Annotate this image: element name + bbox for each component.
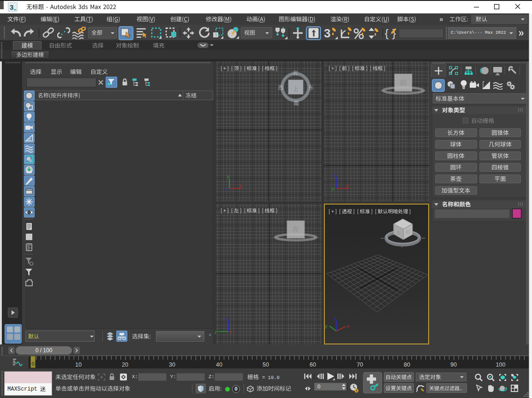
svg-text:3: 3 [10, 3, 13, 11]
svg-text:{: { [385, 27, 389, 39]
svg-text:z: z [226, 186, 229, 191]
svg-text:z: z [334, 172, 337, 177]
svg-text:z: z [334, 315, 337, 321]
svg-text:3: 3 [324, 27, 330, 40]
svg-text:y: y [227, 174, 230, 179]
svg-text:y: y [214, 329, 218, 334]
svg-text:y: y [324, 323, 328, 329]
svg-text:x: x [239, 183, 242, 188]
svg-text:x: x [346, 323, 349, 329]
svg-text:y: y [331, 186, 335, 191]
svg-text:x: x [346, 183, 349, 188]
svg-text:z: z [226, 315, 229, 321]
svg-text:x: x [229, 329, 232, 334]
